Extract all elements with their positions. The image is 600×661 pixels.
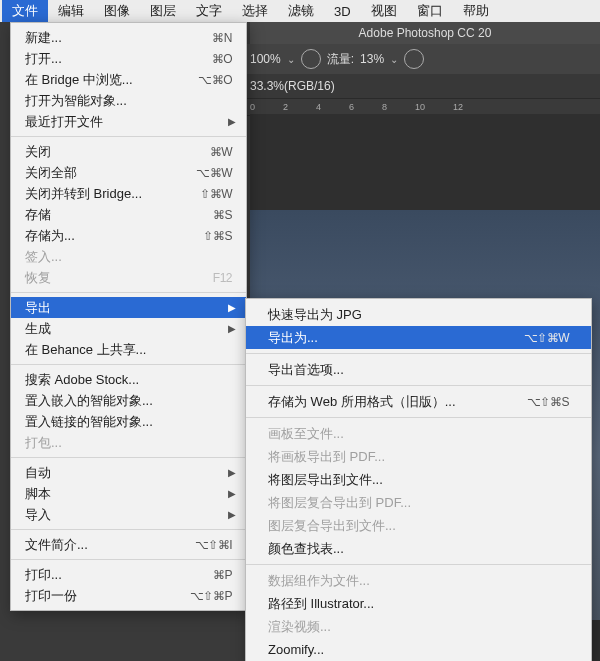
menu-item-label: 打开... — [25, 50, 212, 68]
file-menu-item[interactable]: 打开...⌘O — [11, 48, 246, 69]
menubar-item-选择[interactable]: 选择 — [232, 0, 278, 22]
menu-item-label: 置入嵌入的智能对象... — [25, 392, 232, 410]
export-menu-item[interactable]: 颜色查找表... — [246, 537, 591, 560]
menu-separator — [11, 529, 246, 530]
menu-shortcut: ⌘O — [212, 52, 232, 66]
menu-item-label: 快速导出为 JPG — [268, 306, 569, 324]
menu-shortcut: ⌥⇧⌘W — [524, 331, 569, 345]
file-menu-item[interactable]: 打开为智能对象... — [11, 90, 246, 111]
chevron-down-icon[interactable]: ⌄ — [287, 54, 295, 65]
menu-item-label: 打包... — [25, 434, 232, 452]
export-menu-item[interactable]: 导出为...⌥⇧⌘W — [246, 326, 591, 349]
menu-item-label: 打印一份 — [25, 587, 190, 605]
menu-item-label: 自动 — [25, 464, 232, 482]
menu-item-label: 打印... — [25, 566, 213, 584]
menubar-item-滤镜[interactable]: 滤镜 — [278, 0, 324, 22]
menu-item-label: Zoomify... — [268, 642, 569, 657]
file-menu-item[interactable]: 脚本▶ — [11, 483, 246, 504]
menu-separator — [246, 564, 591, 565]
file-menu-item[interactable]: 关闭⌘W — [11, 141, 246, 162]
menu-item-label: 将画板导出到 PDF... — [268, 448, 569, 466]
menu-item-label: 导出为... — [268, 329, 524, 347]
file-menu-item[interactable]: 关闭并转到 Bridge...⇧⌘W — [11, 183, 246, 204]
file-menu-item[interactable]: 最近打开文件▶ — [11, 111, 246, 132]
file-menu-item[interactable]: 搜索 Adobe Stock... — [11, 369, 246, 390]
export-menu-item[interactable]: 导出首选项... — [246, 358, 591, 381]
menubar-item-3D[interactable]: 3D — [324, 2, 361, 21]
export-menu-item[interactable]: Zoomify... — [246, 638, 591, 661]
menu-item-label: 图层复合导出到文件... — [268, 517, 569, 535]
export-menu-item: 将画板导出到 PDF... — [246, 445, 591, 468]
menu-shortcut: ⇧⌘S — [203, 229, 232, 243]
export-menu-item[interactable]: 快速导出为 JPG — [246, 303, 591, 326]
menu-separator — [246, 417, 591, 418]
file-menu-item[interactable]: 文件简介...⌥⇧⌘I — [11, 534, 246, 555]
menu-item-label: 在 Bridge 中浏览... — [25, 71, 198, 89]
file-menu-item: 恢复F12 — [11, 267, 246, 288]
menu-item-label: 画板至文件... — [268, 425, 569, 443]
menu-separator — [11, 559, 246, 560]
airbrush-icon[interactable] — [404, 49, 424, 69]
file-menu-item[interactable]: 导出▶ — [11, 297, 246, 318]
menubar-item-帮助[interactable]: 帮助 — [453, 0, 499, 22]
file-menu-item[interactable]: 生成▶ — [11, 318, 246, 339]
menubar-item-文字[interactable]: 文字 — [186, 0, 232, 22]
menubar-item-视图[interactable]: 视图 — [361, 0, 407, 22]
file-menu-item[interactable]: 新建...⌘N — [11, 27, 246, 48]
file-menu-item[interactable]: 自动▶ — [11, 462, 246, 483]
menu-item-label: 恢复 — [25, 269, 213, 287]
menu-shortcut: ⌥⇧⌘P — [190, 589, 232, 603]
menu-separator — [246, 385, 591, 386]
menu-shortcut: ⇧⌘W — [200, 187, 232, 201]
menu-item-label: 存储为 Web 所用格式（旧版）... — [268, 393, 527, 411]
menu-shortcut: ⌥⌘W — [196, 166, 232, 180]
export-menu-item[interactable]: 存储为 Web 所用格式（旧版）...⌥⇧⌘S — [246, 390, 591, 413]
options-bar: 100% ⌄ 流量: 13% ⌄ — [246, 44, 600, 74]
chevron-down-icon[interactable]: ⌄ — [390, 54, 398, 65]
submenu-arrow-icon: ▶ — [228, 116, 236, 127]
submenu-arrow-icon: ▶ — [228, 323, 236, 334]
file-menu-item[interactable]: 存储为...⇧⌘S — [11, 225, 246, 246]
file-menu: 新建...⌘N打开...⌘O在 Bridge 中浏览...⌥⌘O打开为智能对象.… — [10, 22, 247, 611]
menubar-item-窗口[interactable]: 窗口 — [407, 0, 453, 22]
menu-shortcut: ⌘N — [212, 31, 232, 45]
file-menu-item[interactable]: 在 Behance 上共享... — [11, 339, 246, 360]
menubar-item-图像[interactable]: 图像 — [94, 0, 140, 22]
file-menu-item[interactable]: 打印一份⌥⇧⌘P — [11, 585, 246, 606]
submenu-arrow-icon: ▶ — [228, 467, 236, 478]
menu-separator — [11, 364, 246, 365]
opacity-value[interactable]: 100% — [250, 52, 281, 66]
file-menu-item[interactable]: 关闭全部⌥⌘W — [11, 162, 246, 183]
brush-pressure-icon[interactable] — [301, 49, 321, 69]
export-menu-item: 画板至文件... — [246, 422, 591, 445]
export-menu-item[interactable]: 将图层导出到文件... — [246, 468, 591, 491]
export-menu-item[interactable]: 路径到 Illustrator... — [246, 592, 591, 615]
file-menu-item: 签入... — [11, 246, 246, 267]
menu-separator — [246, 353, 591, 354]
file-menu-item[interactable]: 置入嵌入的智能对象... — [11, 390, 246, 411]
file-menu-item[interactable]: 置入链接的智能对象... — [11, 411, 246, 432]
menu-item-label: 存储 — [25, 206, 213, 224]
menubar-item-文件[interactable]: 文件 — [2, 0, 48, 22]
document-tab[interactable]: 33.3%(RGB/16) — [244, 74, 600, 98]
menu-item-label: 关闭全部 — [25, 164, 196, 182]
menu-item-label: 路径到 Illustrator... — [268, 595, 569, 613]
menubar-item-图层[interactable]: 图层 — [140, 0, 186, 22]
ruler-tick: 8 — [382, 102, 387, 112]
flow-value[interactable]: 13% — [360, 52, 384, 66]
ruler-tick: 2 — [283, 102, 288, 112]
file-menu-item[interactable]: 打印...⌘P — [11, 564, 246, 585]
menu-item-label: 搜索 Adobe Stock... — [25, 371, 232, 389]
menu-shortcut: ⌥⇧⌘S — [527, 395, 569, 409]
menubar-item-编辑[interactable]: 编辑 — [48, 0, 94, 22]
export-submenu: 快速导出为 JPG导出为...⌥⇧⌘W导出首选项...存储为 Web 所用格式（… — [245, 298, 592, 661]
menu-shortcut: F12 — [213, 271, 232, 285]
file-menu-item[interactable]: 在 Bridge 中浏览...⌥⌘O — [11, 69, 246, 90]
file-menu-item[interactable]: 存储⌘S — [11, 204, 246, 225]
app-title: Adobe Photoshop CC 20 — [250, 22, 600, 44]
menu-shortcut: ⌥⇧⌘I — [195, 538, 232, 552]
menu-item-label: 最近打开文件 — [25, 113, 232, 131]
ruler-tick: 10 — [415, 102, 425, 112]
flow-label: 流量: — [327, 51, 354, 68]
file-menu-item[interactable]: 导入▶ — [11, 504, 246, 525]
